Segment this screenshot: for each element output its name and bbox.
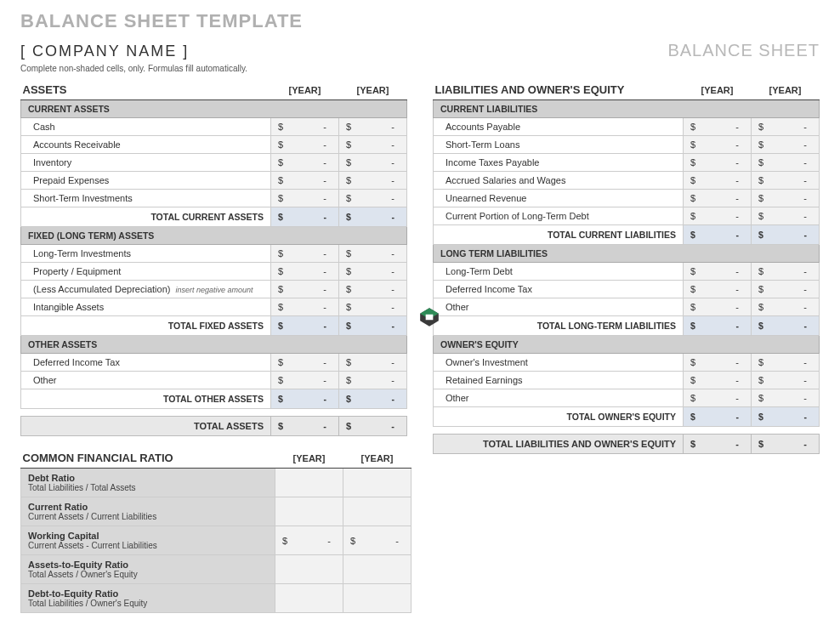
total-equity-label: TOTAL OWNER'S EQUITY: [434, 407, 684, 427]
value-cell[interactable]: $-: [339, 298, 407, 316]
value-cell[interactable]: $-: [271, 154, 339, 172]
value-cell[interactable]: $-: [752, 354, 820, 372]
liab-year1[interactable]: [YEAR]: [684, 80, 752, 100]
total-assets-y2: $-: [339, 417, 407, 436]
ratio-value: [343, 555, 411, 584]
row-label: Long-Term Investments: [21, 245, 271, 263]
value-cell[interactable]: $-: [684, 207, 752, 225]
total-fixed-assets-y1: $-: [271, 316, 339, 336]
ratio-year2[interactable]: [YEAR]: [343, 448, 411, 469]
value-cell[interactable]: $-: [271, 190, 339, 207]
table-row: (Less Accumulated Depreciation)insert ne…: [21, 281, 407, 298]
value-cell[interactable]: $-: [339, 281, 407, 298]
value-cell[interactable]: $-: [684, 298, 752, 316]
value-cell[interactable]: $-: [752, 172, 820, 190]
assets-table: ASSETS [YEAR] [YEAR] CURRENT ASSETS Cash…: [20, 80, 407, 436]
table-row: Deferred Income Tax$-$-: [21, 354, 407, 372]
value-cell[interactable]: $-: [752, 389, 820, 407]
value-cell[interactable]: $-: [271, 172, 339, 190]
table-row: Current Portion of Long-Term Debt$-$-: [434, 207, 820, 225]
company-name[interactable]: [ COMPANY NAME ]: [20, 43, 189, 60]
sheet-type-label: BALANCE SHEET: [667, 41, 820, 60]
value-cell[interactable]: $-: [752, 372, 820, 389]
table-row: Owner's Investment$-$-: [434, 354, 820, 372]
table-row: Accrued Salaries and Wages$-$-: [434, 172, 820, 190]
value-cell[interactable]: $-: [752, 154, 820, 172]
ratio-row: Working CapitalCurrent Assets - Current …: [21, 526, 411, 555]
value-cell[interactable]: $-: [752, 190, 820, 207]
total-fixed-assets-y2: $-: [339, 316, 407, 336]
row-hint: insert negative amount: [170, 286, 253, 294]
ratio-label: Working CapitalCurrent Assets - Current …: [21, 526, 275, 555]
value-cell[interactable]: $-: [339, 263, 407, 281]
value-cell[interactable]: $-: [271, 245, 339, 263]
value-cell[interactable]: $-: [752, 207, 820, 225]
value-cell[interactable]: $-: [339, 136, 407, 154]
ratio-value: [275, 584, 343, 613]
value-cell[interactable]: $-: [271, 118, 339, 136]
assets-title: ASSETS: [21, 80, 271, 100]
table-row: Income Taxes Payable$-$-: [434, 154, 820, 172]
assets-year1[interactable]: [YEAR]: [271, 80, 339, 100]
row-label: (Less Accumulated Depreciation)insert ne…: [21, 281, 271, 298]
row-label: Short-Term Investments: [21, 190, 271, 207]
value-cell[interactable]: $-: [752, 263, 820, 281]
value-cell[interactable]: $-: [271, 298, 339, 316]
total-fixed-assets-label: TOTAL FIXED ASSETS: [21, 316, 271, 336]
liabilities-table: LIABILITIES AND OWNER'S EQUITY [YEAR] [Y…: [433, 80, 820, 454]
value-cell[interactable]: $-: [339, 372, 407, 389]
total-longterm-liab-label: TOTAL LONG-TERM LIABILITIES: [434, 316, 684, 336]
table-row: Long-Term Investments$-$-: [21, 245, 407, 263]
value-cell[interactable]: $-: [271, 263, 339, 281]
value-cell[interactable]: $-: [684, 172, 752, 190]
current-assets-header: CURRENT ASSETS: [21, 100, 407, 118]
value-cell[interactable]: $-: [752, 136, 820, 154]
liab-year2[interactable]: [YEAR]: [752, 80, 820, 100]
table-row: Other$-$-: [434, 389, 820, 407]
value-cell[interactable]: $-: [271, 354, 339, 372]
row-label: Deferred Income Tax: [434, 281, 684, 298]
total-equity-y2: $-: [752, 407, 820, 427]
table-row: Accounts Receivable$-$-: [21, 136, 407, 154]
row-label: Income Taxes Payable: [434, 154, 684, 172]
value-cell[interactable]: $-: [684, 118, 752, 136]
value-cell[interactable]: $-: [684, 281, 752, 298]
table-row: Long-Term Debt$-$-: [434, 263, 820, 281]
value-cell[interactable]: $-: [752, 281, 820, 298]
value-cell[interactable]: $-: [271, 281, 339, 298]
row-label: Short-Term Loans: [434, 136, 684, 154]
value-cell[interactable]: $-: [684, 136, 752, 154]
value-cell[interactable]: $-: [271, 136, 339, 154]
value-cell[interactable]: $-: [684, 354, 752, 372]
ratio-value: [343, 469, 411, 497]
value-cell[interactable]: $-: [752, 118, 820, 136]
value-cell[interactable]: $-: [271, 372, 339, 389]
table-row: Prepaid Expenses$-$-: [21, 172, 407, 190]
value-cell[interactable]: $-: [684, 389, 752, 407]
total-liab-equity-y2: $-: [752, 435, 820, 454]
value-cell[interactable]: $-: [339, 190, 407, 207]
liabilities-title: LIABILITIES AND OWNER'S EQUITY: [434, 80, 684, 100]
value-cell[interactable]: $-: [684, 263, 752, 281]
row-label: Other: [434, 389, 684, 407]
value-cell[interactable]: $-: [684, 190, 752, 207]
ratio-value: [275, 555, 343, 584]
longterm-liab-header: LONG TERM LIABILITIES: [434, 245, 820, 263]
value-cell[interactable]: $-: [339, 118, 407, 136]
value-cell[interactable]: $-: [752, 298, 820, 316]
value-cell[interactable]: $-: [684, 372, 752, 389]
row-label: Current Portion of Long-Term Debt: [434, 207, 684, 225]
ratio-row: Current RatioCurrent Assets / Current Li…: [21, 497, 411, 526]
assets-year2[interactable]: [YEAR]: [339, 80, 407, 100]
table-row: Unearned Revenue$-$-: [434, 190, 820, 207]
value-cell[interactable]: $-: [684, 154, 752, 172]
value-cell[interactable]: $-: [339, 154, 407, 172]
value-cell[interactable]: $-: [339, 245, 407, 263]
row-label: Other: [21, 372, 271, 389]
value-cell[interactable]: $-: [339, 172, 407, 190]
ratio-year1[interactable]: [YEAR]: [275, 448, 343, 469]
row-label: Accrued Salaries and Wages: [434, 172, 684, 190]
value-cell[interactable]: $-: [339, 354, 407, 372]
row-label: Long-Term Debt: [434, 263, 684, 281]
total-other-assets-y1: $-: [271, 389, 339, 409]
